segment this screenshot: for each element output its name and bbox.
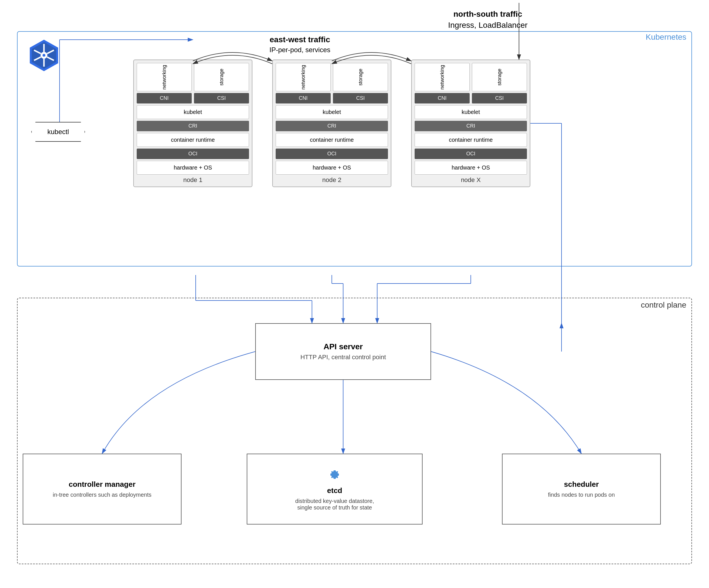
node1-oci: OCI [137,149,249,159]
nodex-container-runtime: container runtime [415,133,527,147]
node2-label: node 2 [275,176,388,184]
nodex-label: node X [415,176,527,184]
node1-csi: CSI [194,93,249,104]
node1-label: node 1 [137,176,249,184]
node2-kubelet: kubelet [275,105,388,119]
kubectl-box: kubectl [31,122,85,142]
node1-storage: storage [194,63,249,91]
node2-storage: storage [333,63,388,91]
node1-hw-os: hardware + OS [137,161,249,175]
node2-cri: CRI [275,121,388,131]
node2-csi: CSI [333,93,388,104]
kubectl-label: kubectl [47,128,69,136]
node1-cni: CNI [137,93,192,104]
node2-networking: networking [275,63,331,91]
scheduler-box: scheduler finds nodes to run pods on [502,454,661,525]
scheduler-title: scheduler [564,480,599,489]
nodex-cni: CNI [415,93,470,104]
node-1-box: networking storage CNI CSI kubelet CRI c… [133,59,253,187]
controller-manager-title: controller manager [69,480,136,489]
etcd-box: etcd distributed key-value datastore, si… [247,454,423,525]
svg-point-10 [43,54,45,57]
kubernetes-label: Kubernetes [646,33,686,42]
node1-networking: networking [137,63,192,91]
nodex-networking: networking [415,63,470,91]
node2-container-runtime: container runtime [275,133,388,147]
etcd-icon [327,467,342,484]
node2-cni: CNI [275,93,331,104]
node1-container-runtime: container runtime [137,133,249,147]
kubernetes-logo [26,37,62,74]
east-west-title: east-west traffic [269,34,331,45]
north-south-label: north-south traffic Ingress, LoadBalance… [448,8,527,31]
nodex-kubelet: kubelet [415,105,527,119]
node1-kubelet: kubelet [137,105,249,119]
scheduler-sub: finds nodes to run pods on [548,491,615,498]
node-x-box: networking storage CNI CSI kubelet CRI c… [411,59,530,187]
north-south-title: north-south traffic [448,8,527,20]
east-west-sub: IP-per-pod, services [269,45,331,55]
node1-cri: CRI [137,121,249,131]
node2-hw-os: hardware + OS [275,161,388,175]
control-plane-label: control plane [641,300,686,310]
nodex-cri: CRI [415,121,527,131]
node2-oci: OCI [275,149,388,159]
main-container: north-south traffic Ingress, LoadBalance… [0,0,709,588]
controller-manager-box: controller manager in-tree controllers s… [23,454,182,525]
nodex-csi: CSI [472,93,527,104]
api-server-title: API server [323,342,363,351]
etcd-sub: distributed key-value datastore, single … [295,498,374,511]
nodex-oci: OCI [415,149,527,159]
controller-manager-sub: in-tree controllers such as deployments [53,491,152,498]
etcd-title: etcd [327,486,342,495]
east-west-label: east-west traffic IP-per-pod, services [269,34,331,55]
node-2-box: networking storage CNI CSI kubelet CRI c… [272,59,391,187]
north-south-sub: Ingress, LoadBalancer [448,20,527,31]
api-server-box: API server HTTP API, central control poi… [255,323,431,380]
api-server-sub: HTTP API, central control point [300,353,386,361]
nodex-hw-os: hardware + OS [415,161,527,175]
nodex-storage: storage [472,63,527,91]
